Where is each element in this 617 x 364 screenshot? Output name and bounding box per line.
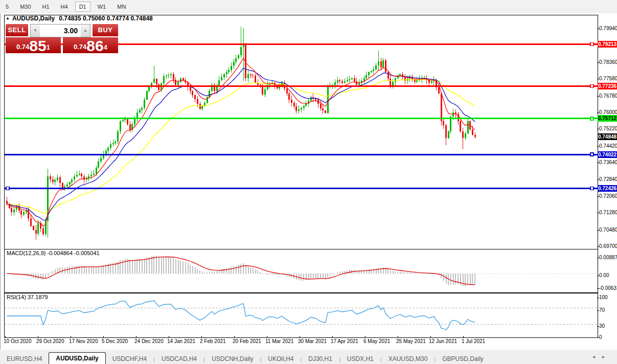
axis-tick <box>597 298 599 298</box>
date-tick-label: 30 Mar 2021 <box>298 338 327 344</box>
date-tick <box>463 336 464 337</box>
axis-tick <box>597 96 599 97</box>
price-tick-label: 0.76780 <box>599 93 617 99</box>
date-tick-label: 6 May 2021 <box>363 338 390 344</box>
buy-price-big: 86 <box>86 38 103 53</box>
rsi-indicator-plot[interactable] <box>4 293 598 338</box>
date-tick-label: 20 Feb 2021 <box>233 338 261 344</box>
axis-tick <box>597 213 599 213</box>
date-tick-label: 25 May 2021 <box>396 338 426 344</box>
axis-tick <box>597 258 599 258</box>
date-tick <box>267 336 267 337</box>
volume-stepper: ▼ ▲ <box>30 24 90 37</box>
date-tick-label: 5 Dec 2020 <box>102 338 128 344</box>
tab-usdcad-h4[interactable]: USDCAD,H4 <box>155 354 203 364</box>
volume-input[interactable] <box>40 25 81 37</box>
price-tick-label: 0.71280 <box>599 210 617 216</box>
price-tick-label: 0.75220 <box>599 126 617 132</box>
chart-window: ▲AUDUSD,Daily0.74835 0.75060 0.74774 0.7… <box>0 13 617 349</box>
date-tick <box>5 336 6 337</box>
hline-price-label: 0.79213 <box>598 41 617 48</box>
buy-price-box[interactable]: 0.74 86 4 <box>63 37 118 53</box>
axis-tick <box>597 163 599 163</box>
axis-tick <box>597 230 599 231</box>
collapse-quote-panel-icon[interactable]: ▲ <box>6 16 10 20</box>
tab-gbpusd-daily[interactable]: GBPUSD,Daily <box>436 354 490 364</box>
hline-price-label: 0.77236 <box>598 83 617 89</box>
buy-price-prefix: 0.74 <box>74 41 86 53</box>
price-tick-label: 0.73640 <box>599 160 617 166</box>
axis-tick <box>597 79 599 79</box>
axis-tick <box>597 288 599 289</box>
tab-audusd-daily[interactable]: AUDUSD,Daily <box>49 352 105 364</box>
date-tick-label: 10 Oct 2020 <box>4 338 31 344</box>
axis-tick <box>597 146 599 147</box>
macd-tick-label: -0.00632 <box>599 285 617 291</box>
price-tick-label: 0.72060 <box>599 193 617 199</box>
sell-price-box[interactable]: 0.74 85 1 <box>6 37 61 53</box>
price-tick-label: 0.79940 <box>599 26 617 32</box>
price-tick-label: 0.69700 <box>599 243 617 249</box>
macd-tick-label: 0.00 <box>599 272 609 279</box>
tab-usdchf-h4[interactable]: USDCHF,H4 <box>106 354 153 364</box>
axis-tick <box>597 196 599 197</box>
rsi-tick-label: 30 <box>599 323 605 329</box>
current-price-label: 0.74848 <box>598 133 617 140</box>
date-tick <box>332 336 333 337</box>
timeframe-button-h1[interactable]: H1 <box>38 2 54 12</box>
rsi-tick-label: 70 <box>599 307 605 313</box>
hline-price-label: 0.72426 <box>598 185 617 192</box>
tab-usdx-h1[interactable]: USDX,H1 <box>340 354 380 364</box>
chart-tab-bar: EURUSD,H4AUDUSD,DailyUSDCHF,H4|USDCAD,H4… <box>0 350 617 364</box>
volume-decrease-button[interactable]: ▼ <box>31 25 40 37</box>
timeframe-button-5[interactable]: 5 <box>2 2 13 12</box>
axis-tick <box>597 337 599 338</box>
price-tick-label: 0.72840 <box>599 176 617 183</box>
tab-scroll-left-icon[interactable]: ◂ <box>592 354 602 359</box>
date-tick-label: 12 Jun 2021 <box>429 338 457 344</box>
axis-tick <box>597 179 599 180</box>
date-tick <box>234 336 235 337</box>
date-tick-label: 2 Feb 2021 <box>200 338 226 344</box>
axis-tick <box>597 246 599 247</box>
volume-increase-button[interactable]: ▲ <box>81 25 90 37</box>
sell-price-prefix: 0.74 <box>16 41 29 53</box>
price-tick-label: 0.77580 <box>599 76 617 82</box>
timeframe-button-mn[interactable]: MN <box>113 2 130 12</box>
price-tick-label: 0.78360 <box>599 59 617 65</box>
sell-price-sup: 1 <box>47 37 50 58</box>
tab-dj30-h1[interactable]: DJ30,H1 <box>302 354 339 364</box>
timeframe-button-w1[interactable]: W1 <box>94 2 110 12</box>
axis-tick <box>597 29 599 29</box>
date-tick <box>300 336 300 337</box>
axis-tick <box>597 326 599 327</box>
date-tick <box>38 336 38 337</box>
tab-ukoil-h4[interactable]: UKOil,H4 <box>261 354 300 364</box>
date-tick-label: 24 Dec 2020 <box>134 338 164 344</box>
macd-label: MACD(12,26,9) -0.004864 -0.005041 <box>7 250 100 256</box>
buy-button[interactable]: BUY <box>93 24 118 37</box>
date-tick <box>71 336 71 337</box>
date-tick-label: 17 Apr 2021 <box>331 338 358 344</box>
rsi-tick-label: 100 <box>599 294 608 301</box>
axis-tick <box>597 62 599 63</box>
date-tick <box>398 336 398 337</box>
timeframe-button-h4[interactable]: H4 <box>57 2 72 12</box>
timeframe-button-m30[interactable]: M30 <box>16 2 35 12</box>
one-click-trading-panel: SELL ▼ ▲ BUY 0.74 85 1 0.74 86 4 <box>6 24 118 54</box>
rsi-label: RSI(14) 37.1879 <box>7 294 48 300</box>
tab-eurusd-h4[interactable]: EURUSD,H4 <box>0 354 49 364</box>
tab-scroll-right-icon[interactable]: ▸ <box>602 354 612 359</box>
axis-tick <box>597 129 599 129</box>
axis-tick <box>597 310 599 311</box>
tab-usdcnh-daily[interactable]: USDCNH,Daily <box>205 354 260 364</box>
timeframe-button-d1[interactable]: D1 <box>75 2 90 12</box>
timeframe-toolbar: 5M30H1H4D1W1MN <box>0 0 617 14</box>
date-tick <box>169 336 169 337</box>
date-tick-label: 14 Jan 2021 <box>167 338 195 344</box>
tab-xauusd-m30[interactable]: XAUUSD,M30 <box>382 354 435 364</box>
axis-tick <box>597 112 599 113</box>
sell-button[interactable]: SELL <box>6 24 28 37</box>
hline-price-label: 0.74022 <box>598 151 617 158</box>
date-tick <box>430 336 431 337</box>
